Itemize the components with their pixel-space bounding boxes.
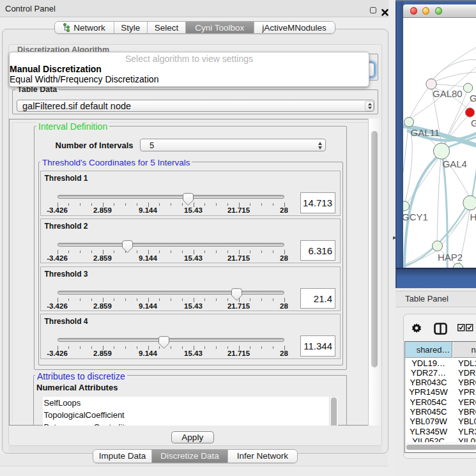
- svg-text:HAP2: HAP2: [438, 252, 463, 263]
- svg-text:GA: GA: [470, 93, 476, 104]
- svg-text:GAL4: GAL4: [443, 158, 467, 169]
- svg-text:GAL80: GAL80: [433, 88, 463, 99]
- svg-text:H: H: [470, 211, 476, 222]
- svg-text:GCY1: GCY1: [403, 211, 428, 222]
- svg-text:GAL11: GAL11: [411, 127, 440, 138]
- svg-text:G: G: [471, 118, 476, 128]
